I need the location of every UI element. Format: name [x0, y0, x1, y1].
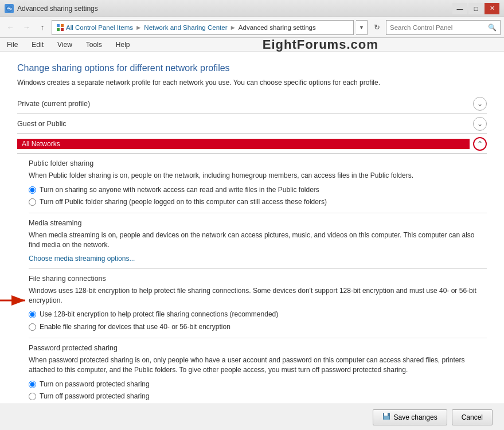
menu-view[interactable]: View: [55, 40, 75, 50]
media-streaming-desc: When media streaming is on, people and d…: [29, 230, 487, 250]
svg-rect-8: [384, 413, 388, 416]
file-sharing-section: File sharing connections Windows uses 12…: [29, 275, 487, 332]
password-sharing-radio-2[interactable]: [29, 393, 36, 400]
arrow-annotation: [0, 292, 29, 311]
search-icon[interactable]: 🔍: [488, 24, 497, 32]
page-title: Change sharing options for different net…: [17, 63, 487, 73]
watermark: EightForums.com: [142, 37, 499, 52]
close-button[interactable]: ✕: [485, 3, 499, 14]
menu-help[interactable]: Help: [114, 40, 132, 50]
password-sharing-label-2: Turn off password protected sharing: [40, 392, 149, 401]
profile-private-expand[interactable]: ⌄: [473, 97, 487, 111]
password-sharing-title: Password protected sharing: [29, 344, 487, 352]
window-title: Advanced sharing settings: [17, 5, 98, 13]
save-icon: [382, 412, 390, 422]
file-sharing-title: File sharing connections: [29, 275, 487, 283]
divider-1: [29, 213, 487, 213]
menu-bar: File Edit View Tools Help EightForums.co…: [0, 38, 504, 52]
profile-guest-expand[interactable]: ⌄: [473, 117, 487, 131]
public-folder-title: Public folder sharing: [29, 159, 487, 167]
profile-private-header: Private (current profile) ⌄: [17, 97, 487, 114]
profile-all-networks-expand[interactable]: ⌃: [473, 137, 487, 151]
public-folder-label-1: Turn on sharing so anyone with network a…: [40, 185, 319, 195]
media-streaming-title: Media streaming: [29, 219, 487, 227]
password-sharing-desc: When password protected sharing is on, o…: [29, 355, 487, 375]
menu-tools[interactable]: Tools: [84, 40, 104, 50]
content-area: Change sharing options for different net…: [0, 52, 504, 430]
search-input[interactable]: [390, 24, 486, 31]
svg-rect-4: [61, 28, 64, 31]
file-sharing-label-1: Use 128-bit encryption to help protect f…: [40, 310, 278, 319]
breadcrumb-current: Advanced sharing settings: [239, 24, 316, 31]
profile-guest-header: Guest or Public ⌄: [17, 117, 487, 134]
search-box: 🔍: [386, 20, 501, 35]
file-sharing-label-2: Enable file sharing for devices that use…: [40, 322, 230, 332]
menu-edit[interactable]: Edit: [29, 40, 46, 50]
file-sharing-option-2: Enable file sharing for devices that use…: [29, 322, 487, 332]
password-sharing-radio-1[interactable]: [29, 381, 36, 388]
breadcrumb-network[interactable]: Network and Sharing Center: [144, 24, 227, 31]
svg-rect-1: [57, 24, 60, 27]
public-folder-label-2: Turn off Public folder sharing (people l…: [40, 197, 327, 207]
cancel-button[interactable]: Cancel: [452, 409, 493, 425]
breadcrumb: All Control Panel Items ► Network and Sh…: [52, 20, 354, 35]
password-sharing-option-2: Turn off password protected sharing: [29, 392, 487, 401]
profile-all-networks-header: All Networks ⌃: [17, 137, 487, 154]
public-folder-desc: When Public folder sharing is on, people…: [29, 171, 487, 181]
menu-file[interactable]: File: [5, 40, 20, 50]
minimize-button[interactable]: —: [452, 3, 467, 14]
public-folder-radio-2[interactable]: [29, 198, 36, 206]
address-dropdown[interactable]: ▼: [356, 20, 368, 35]
svg-rect-2: [61, 24, 64, 27]
title-bar-controls: — □ ✕: [452, 3, 499, 14]
file-sharing-desc: Windows uses 128-bit encryption to help …: [29, 286, 487, 306]
password-sharing-label-1: Turn on password protected sharing: [40, 380, 150, 389]
save-changes-button[interactable]: Save changes: [373, 409, 447, 425]
address-bar: ← → ↑ All Control Panel Items ► Network …: [0, 17, 504, 38]
title-bar-left: Advanced sharing settings: [5, 4, 98, 13]
profile-private: Private (current profile) ⌄: [17, 97, 487, 114]
profile-guest-label: Guest or Public: [17, 120, 473, 128]
media-streaming-link[interactable]: Choose media streaming options...: [29, 255, 135, 263]
svg-rect-3: [57, 28, 60, 31]
file-sharing-radio-2[interactable]: [29, 323, 36, 331]
file-sharing-option-1: Use 128-bit encryption to help protect f…: [29, 310, 487, 319]
public-folder-option-2: Turn off Public folder sharing (people l…: [29, 197, 487, 207]
page-subtitle: Windows creates a separate network profi…: [17, 78, 487, 88]
public-folder-radio-1[interactable]: [29, 186, 36, 194]
bottom-bar: Save changes Cancel: [0, 404, 504, 430]
title-bar: Advanced sharing settings — □ ✕: [0, 0, 504, 17]
profile-private-label: Private (current profile): [17, 100, 473, 108]
maximize-button[interactable]: □: [468, 3, 483, 14]
divider-3: [29, 338, 487, 338]
profile-all-networks-label: All Networks: [17, 139, 470, 149]
window-icon: [5, 4, 14, 13]
divider-2: [29, 268, 487, 269]
svg-rect-9: [384, 416, 389, 420]
file-sharing-radio-1[interactable]: [29, 311, 36, 318]
refresh-button[interactable]: ↻: [370, 21, 384, 34]
forward-button[interactable]: →: [19, 21, 33, 34]
breadcrumb-all-items[interactable]: All Control Panel Items: [66, 24, 133, 31]
profile-guest: Guest or Public ⌄: [17, 117, 487, 134]
public-folder-option-1: Turn on sharing so anyone with network a…: [29, 185, 487, 195]
control-panel-icon: [56, 23, 65, 32]
all-networks-content: Public folder sharing When Public folder…: [17, 159, 487, 401]
profile-all-networks: All Networks ⌃ Public folder sharing Whe…: [17, 137, 487, 401]
password-sharing-option-1: Turn on password protected sharing: [29, 380, 487, 389]
back-button[interactable]: ←: [3, 21, 17, 34]
up-button[interactable]: ↑: [36, 21, 49, 34]
